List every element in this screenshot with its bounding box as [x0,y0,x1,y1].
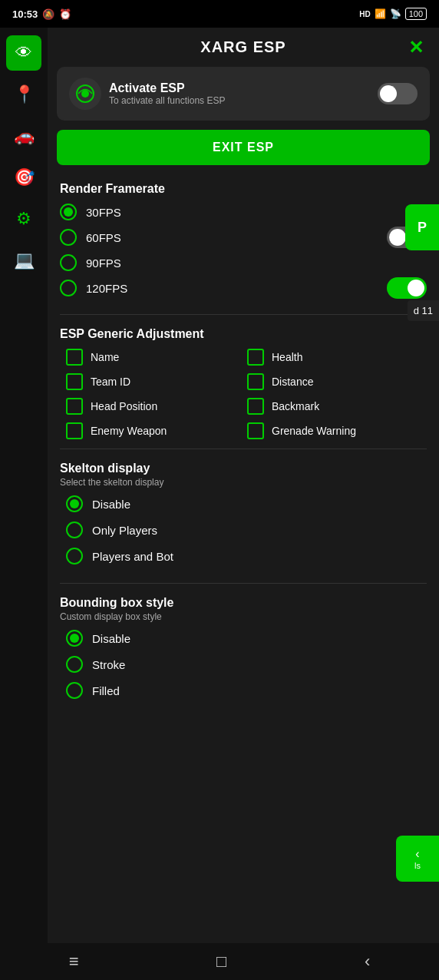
checkbox-teamid-box[interactable] [66,373,83,390]
car-icon: 🚗 [14,126,35,146]
radio-bbox-disable[interactable] [66,630,83,647]
radio-bbox-stroke[interactable] [66,656,83,673]
label-90fps: 90FPS [86,257,121,270]
checkbox-grid: Name Health Team ID Distance Head Positi… [60,349,427,439]
status-right: HD 📶 📡 100 [359,8,427,20]
checkbox-grenadewarning: Grenade Warning [247,422,421,439]
label-skeleton-players-and-bot: Players and Bot [92,550,173,563]
activate-esp-toggle[interactable] [378,83,418,104]
radio-inner-bbox-disable [70,634,79,643]
bbox-filled: Filled [60,682,427,699]
esp-generic-title: ESP Generic Adjustment [60,327,427,341]
status-left: 10:53 🔕 ⏰ [12,8,71,20]
nav-home[interactable]: □ [216,952,226,972]
radio-skeleton-players-and-bot[interactable] [66,548,83,564]
checkbox-distance-box[interactable] [247,373,264,390]
status-bar: 10:53 🔕 ⏰ HD 📶 📡 100 [0,0,439,28]
radio-skeleton-disable[interactable] [66,495,83,512]
esp-generic-section: ESP Generic Adjustment Name Health Team … [48,319,439,444]
nav-back[interactable]: ‹ [365,952,370,972]
checkbox-backmark-box[interactable] [247,398,264,415]
label-bbox-disable: Disable [92,632,130,645]
radio-bbox-filled[interactable] [66,682,83,699]
cpu-icon: 💻 [14,250,35,270]
svg-point-1 [81,90,89,98]
checkbox-name-box[interactable] [66,349,83,366]
checkbox-health-box[interactable] [247,349,264,366]
checkbox-headposition-box[interactable] [66,398,83,415]
checkbox-distance: Distance [247,373,421,390]
bounding-box-title: Bounding box style [60,596,427,610]
skeleton-only-players: Only Players [60,521,427,538]
eye-icon: 👁 [15,43,32,63]
sidebar-item-location[interactable]: 📍 [6,77,41,112]
label-skeleton-disable: Disable [92,498,130,511]
framerate-left-90: 90FPS [60,254,121,271]
checkbox-headposition: Head Position [66,398,239,415]
activate-esp-icon [69,78,101,110]
target-icon: 🎯 [14,167,35,187]
sidebar-item-settings[interactable]: ⚙ [6,201,41,237]
checkbox-enemyweapon-label: Enemy Weapon [91,425,167,437]
skeleton-section: Skelton display Select the skelton displ… [48,454,439,578]
toggle-120fps[interactable] [387,277,427,299]
activate-text: Activate ESP To activate all functions E… [109,81,225,106]
floating-tools-button[interactable]: ‹ ls [396,836,439,882]
sidebar-item-target[interactable]: 🎯 [6,160,41,195]
toggle-knob-120fps [408,280,424,296]
framerate-row-90: 90FPS [60,254,427,271]
label-30fps: 30FPS [86,206,121,219]
battery: 100 [405,8,427,20]
bbox-disable: Disable [60,630,427,647]
close-button[interactable]: ✕ [408,37,424,58]
sidebar-item-eye[interactable]: 👁 [6,35,41,71]
checkbox-teamid: Team ID [66,373,239,390]
activate-left: Activate ESP To activate all functions E… [69,78,225,110]
activate-esp-card: Activate ESP To activate all functions E… [57,67,430,121]
bbox-stroke: Stroke [60,656,427,673]
checkbox-distance-label: Distance [272,376,313,388]
label-60fps: 60FPS [86,231,121,244]
radio-120fps[interactable] [60,280,77,296]
activate-title: Activate ESP [109,81,225,95]
checkbox-health: Health [247,349,421,366]
location-icon: 📍 [14,84,35,104]
radio-inner-30fps [64,207,73,217]
header: XARG ESP ✕ [48,28,439,67]
radio-skeleton-only-players[interactable] [66,521,83,538]
sidebar-item-cpu[interactable]: 💻 [6,243,41,278]
badge-label: d 11 [414,305,433,316]
framerate-left-120: 120FPS [60,280,127,296]
framerate-row-30: 30FPS [60,204,427,220]
bottom-nav: ≡ □ ‹ [0,943,439,980]
exit-esp-button[interactable]: EXIT ESP [57,130,430,165]
checkbox-enemyweapon-box[interactable] [66,422,83,439]
floating-tools-label: ls [414,861,421,870]
radio-90fps[interactable] [60,254,77,271]
skeleton-disable: Disable [60,495,427,512]
checkbox-teamid-label: Team ID [91,376,130,388]
page-title: XARG ESP [200,38,286,56]
divider-1 [60,314,427,315]
checkbox-backmark: Backmark [247,398,421,415]
bounding-box-subtitle: Custom display box style [60,611,427,622]
checkbox-grenadewarning-box[interactable] [247,422,264,439]
radio-30fps[interactable] [60,204,77,220]
main-content: XARG ESP ✕ Activate ESP To activate all … [48,28,439,943]
bounding-box-section: Bounding box style Custom display box st… [48,588,439,713]
render-framerate-title: Render Framerate [60,182,427,196]
sidebar-item-car[interactable]: 🚗 [6,118,41,154]
framerate-row-60: 60FPS [60,227,427,248]
label-bbox-filled: Filled [92,684,120,697]
signal-icon: 📶 [375,8,386,19]
radio-60fps[interactable] [60,229,77,246]
alarm-icon: ⏰ [59,8,71,20]
floating-p-button[interactable]: P [405,204,439,250]
time: 10:53 [12,8,38,20]
sidebar: 👁 📍 🚗 🎯 ⚙ 💻 [0,28,48,943]
framerate-left-60: 60FPS [60,229,121,246]
divider-2 [60,449,427,449]
wifi-icon: 📡 [390,8,401,19]
hd-label: HD [359,10,370,18]
nav-menu[interactable]: ≡ [69,952,79,972]
